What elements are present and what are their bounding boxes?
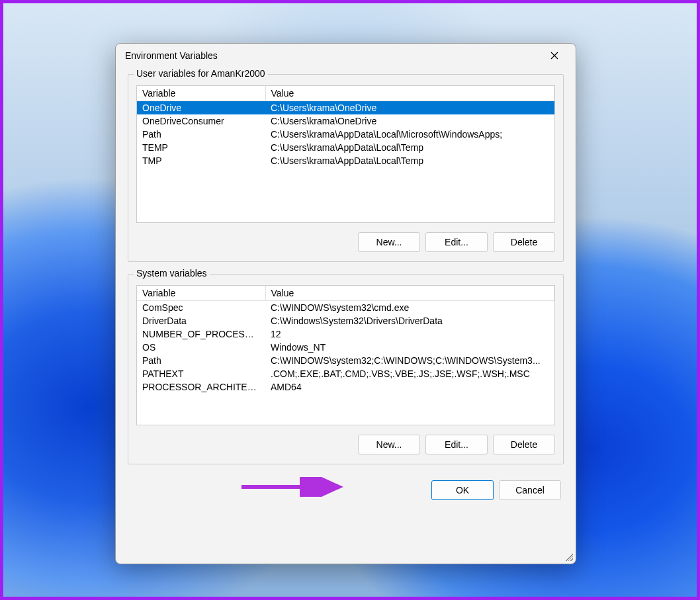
column-header-value[interactable]: Value <box>265 286 554 301</box>
cell-value: C:\Users\krama\AppData\Local\Temp <box>265 154 554 167</box>
cell-value: C:\Users\krama\OneDrive <box>265 114 554 128</box>
user-delete-button[interactable]: Delete <box>493 232 555 252</box>
table-row[interactable]: OneDriveC:\Users\krama\OneDrive <box>137 101 554 115</box>
table-row[interactable]: PATHEXT.COM;.EXE;.BAT;.CMD;.VBS;.VBE;.JS… <box>137 367 554 380</box>
cell-variable: PROCESSOR_ARCHITECTU... <box>137 380 265 394</box>
table-row[interactable]: DriverDataC:\Windows\System32\Drivers\Dr… <box>137 314 554 327</box>
cell-variable: TMP <box>137 154 265 167</box>
cell-variable: Path <box>137 354 265 367</box>
cell-value: C:\WINDOWS\system32;C:\WINDOWS;C:\WINDOW… <box>265 354 554 367</box>
cell-value: C:\Windows\System32\Drivers\DriverData <box>265 314 554 327</box>
cell-value: C:\Users\krama\AppData\Local\Temp <box>265 141 554 154</box>
close-button[interactable] <box>540 46 569 65</box>
table-row[interactable]: PROCESSOR_ARCHITECTU...AMD64 <box>137 380 554 394</box>
titlebar: Environment Variables <box>116 44 576 67</box>
column-header-variable[interactable]: Variable <box>137 86 265 101</box>
cell-variable: DriverData <box>137 314 265 327</box>
user-variables-group: User variables for AmanKr2000 Variable V… <box>128 74 564 262</box>
ok-button[interactable]: OK <box>431 480 494 500</box>
system-variables-table[interactable]: Variable Value ComSpecC:\WINDOWS\system3… <box>136 285 555 425</box>
table-row[interactable]: OSWindows_NT <box>137 341 554 354</box>
table-row[interactable]: TEMPC:\Users\krama\AppData\Local\Temp <box>137 141 554 154</box>
system-new-button[interactable]: New... <box>358 435 420 454</box>
close-icon <box>550 52 558 60</box>
system-variables-group: System variables Variable Value ComSpecC… <box>128 274 564 464</box>
user-variables-legend: User variables for AmanKr2000 <box>134 68 268 79</box>
user-new-button[interactable]: New... <box>358 232 420 252</box>
table-row[interactable]: PathC:\WINDOWS\system32;C:\WINDOWS;C:\WI… <box>137 354 554 367</box>
cell-variable: Path <box>137 128 265 141</box>
user-variables-table[interactable]: Variable Value OneDriveC:\Users\krama\On… <box>136 85 555 223</box>
cell-value: C:\WINDOWS\system32\cmd.exe <box>265 301 554 315</box>
cell-value: Windows_NT <box>265 341 554 354</box>
cell-variable: NUMBER_OF_PROCESSORS <box>137 327 265 341</box>
environment-variables-dialog: Environment Variables User variables for… <box>115 43 576 564</box>
cell-value: C:\Users\krama\AppData\Local\Microsoft\W… <box>265 128 554 141</box>
column-header-variable[interactable]: Variable <box>137 286 265 301</box>
table-row[interactable]: OneDriveConsumerC:\Users\krama\OneDrive <box>137 114 554 128</box>
cell-variable: OneDrive <box>137 101 265 115</box>
user-edit-button[interactable]: Edit... <box>425 232 488 252</box>
dialog-title: Environment Variables <box>125 50 540 61</box>
cell-variable: PATHEXT <box>137 367 265 380</box>
cancel-button[interactable]: Cancel <box>499 480 561 500</box>
cell-variable: OS <box>137 341 265 354</box>
cell-value: .COM;.EXE;.BAT;.CMD;.VBS;.VBE;.JS;.JSE;.… <box>265 367 554 380</box>
system-edit-button[interactable]: Edit... <box>425 435 488 454</box>
cell-variable: OneDriveConsumer <box>137 114 265 128</box>
cell-variable: ComSpec <box>137 301 265 315</box>
cell-variable: TEMP <box>137 141 265 154</box>
cell-value: AMD64 <box>265 380 554 394</box>
system-variables-legend: System variables <box>134 268 210 279</box>
resize-grip[interactable] <box>564 552 573 561</box>
cell-value: C:\Users\krama\OneDrive <box>265 101 554 115</box>
table-row[interactable]: PathC:\Users\krama\AppData\Local\Microso… <box>137 128 554 141</box>
table-row[interactable]: ComSpecC:\WINDOWS\system32\cmd.exe <box>137 301 554 315</box>
table-row[interactable]: NUMBER_OF_PROCESSORS12 <box>137 327 554 341</box>
system-delete-button[interactable]: Delete <box>493 435 555 454</box>
table-row[interactable]: TMPC:\Users\krama\AppData\Local\Temp <box>137 154 554 167</box>
cell-value: 12 <box>265 327 554 341</box>
column-header-value[interactable]: Value <box>265 86 554 101</box>
